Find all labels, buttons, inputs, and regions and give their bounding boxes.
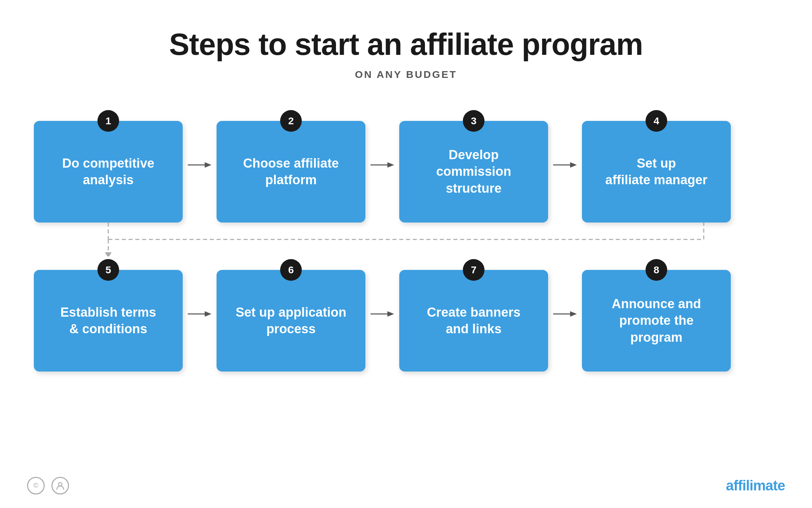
step-box-7: 7Create bannersand links <box>399 270 548 372</box>
step-label-3: Developcommissionstructure <box>423 136 525 207</box>
step-number-5: 5 <box>97 259 119 281</box>
step-number-6: 6 <box>280 259 302 281</box>
step-number-2: 2 <box>280 110 302 132</box>
step-box-8: 8Announce andpromote theprogram <box>582 270 731 372</box>
svg-marker-12 <box>205 311 211 317</box>
step-box-1: 1Do competitiveanalysis <box>34 121 183 223</box>
step-label-2: Choose affiliateplatform <box>230 145 353 199</box>
arrow-5-to-6 <box>183 307 217 321</box>
svg-marker-3 <box>387 162 394 168</box>
step-number-1: 1 <box>97 110 119 132</box>
svg-point-18 <box>59 483 62 486</box>
footer-brand: affilimate <box>726 478 785 494</box>
svg-marker-14 <box>387 311 394 317</box>
step-box-2: 2Choose affiliateplatform <box>217 121 365 223</box>
footer-brand-rest: mate <box>753 478 785 493</box>
step-box-6: 6Set up applicationprocess <box>217 270 365 372</box>
step-number-7: 7 <box>463 259 484 281</box>
row-2: 5Establish terms& conditions 6Set up app… <box>34 256 731 372</box>
step-label-8: Announce andpromote theprogram <box>598 285 715 356</box>
step-number-3: 3 <box>463 110 484 132</box>
step-box-4: 4Set upaffiliate manager <box>582 121 731 223</box>
svg-marker-10 <box>105 252 112 256</box>
step-box-3: 3Developcommissionstructure <box>399 121 548 223</box>
row-1: 1Do competitiveanalysis 2Choose affiliat… <box>34 107 731 223</box>
step-box-5: 5Establish terms& conditions <box>34 270 183 372</box>
step-number-4: 4 <box>646 110 667 132</box>
step-label-7: Create bannersand links <box>413 294 534 348</box>
arrow-3-to-4 <box>548 158 582 172</box>
page-container: Steps to start an affiliate program ON A… <box>0 0 812 508</box>
arrow-6-to-7 <box>365 307 399 321</box>
footer-brand-highlight: affili <box>726 478 753 493</box>
svg-text:©: © <box>33 482 39 489</box>
arrow-7-to-8 <box>548 307 582 321</box>
svg-marker-16 <box>570 311 577 317</box>
step-label-1: Do competitiveanalysis <box>49 145 168 199</box>
subtitle: ON ANY BUDGET <box>355 69 457 80</box>
arrow-2-to-3 <box>365 158 399 172</box>
main-title: Steps to start an affiliate program <box>169 27 643 62</box>
svg-marker-1 <box>205 162 211 168</box>
row-connector <box>34 223 778 256</box>
flow-container: 1Do competitiveanalysis 2Choose affiliat… <box>34 107 778 372</box>
person-icon <box>51 477 69 494</box>
arrow-1-to-2 <box>183 158 217 172</box>
step-label-6: Set up applicationprocess <box>222 294 360 348</box>
svg-marker-5 <box>570 162 577 168</box>
dashed-connector-svg <box>34 223 778 256</box>
step-label-5: Establish terms& conditions <box>47 294 170 348</box>
footer-icons: © <box>27 477 69 494</box>
step-number-8: 8 <box>646 259 667 281</box>
footer: © affilimate <box>27 477 785 494</box>
step-label-4: Set upaffiliate manager <box>592 145 721 199</box>
cc-icon: © <box>27 477 45 494</box>
